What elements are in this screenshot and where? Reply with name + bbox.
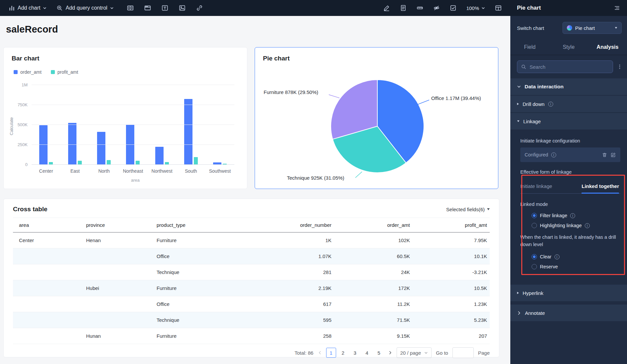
y-tick-label: 0	[25, 162, 28, 167]
cross-table-card[interactable]: Cross table Selected fields(6) areaprovi…	[3, 199, 499, 357]
section-hyperlink[interactable]: Hyperlink	[510, 285, 627, 301]
chart-type-select[interactable]: Pie chart	[563, 22, 622, 34]
table-cell: 595	[256, 312, 334, 328]
section-drill-down[interactable]: Drill down	[510, 96, 627, 112]
search-input[interactable]	[530, 64, 609, 70]
bar-profit_amt[interactable]	[165, 162, 169, 164]
eye-off-icon[interactable]	[433, 5, 440, 11]
y-tick-label: 1M	[22, 82, 28, 87]
goto-label: Go to	[436, 350, 448, 356]
edit-linkage-icon[interactable]	[610, 152, 616, 158]
legend-item-order-amt[interactable]: order_amt	[14, 69, 42, 75]
legend-item-profit-amt[interactable]: profit_amt	[51, 69, 78, 75]
table-cell	[13, 312, 83, 328]
configured-box[interactable]: Configured	[520, 147, 620, 162]
toolbar: Add chart Add query control	[0, 0, 510, 16]
table-cell: 102K	[334, 232, 413, 248]
selected-fields-dropdown[interactable]: Selected fields(6)	[446, 207, 490, 212]
page-number-4[interactable]: 4	[362, 348, 372, 358]
bar-profit_amt[interactable]	[194, 157, 198, 164]
table-row[interactable]: Office1.07K60.5K10.1K	[13, 248, 490, 264]
more-options-icon[interactable]	[617, 64, 622, 69]
bar-profit_amt[interactable]	[136, 161, 140, 164]
page-number-2[interactable]: 2	[338, 348, 348, 358]
bar-order_amt[interactable]	[184, 99, 192, 164]
goto-page-input[interactable]	[452, 347, 474, 358]
radio-clear[interactable]: Clear	[532, 254, 620, 259]
bar-profit_amt[interactable]	[78, 161, 82, 164]
table-cell: 71.5K	[334, 312, 413, 328]
split-view-icon[interactable]	[127, 5, 134, 11]
document-icon[interactable]	[400, 5, 407, 11]
measure-icon[interactable]	[417, 5, 423, 11]
tab-style[interactable]: Style	[549, 44, 588, 50]
chevron-right-icon	[517, 311, 521, 315]
page-size-select[interactable]: 20 / page	[397, 347, 432, 358]
column-header: product_type	[154, 218, 256, 232]
search-box[interactable]	[517, 60, 613, 73]
table-row[interactable]: Technique28124K-3.21K	[13, 264, 490, 280]
table-row[interactable]: HubeiFurniture2.19K172K10.5K	[13, 280, 490, 296]
theme-pen-icon[interactable]	[383, 5, 390, 11]
bar-x-axis-label: area	[32, 178, 239, 183]
info-icon[interactable]	[585, 223, 590, 228]
radio-reserve[interactable]: Reserve	[532, 264, 620, 269]
zoom-control[interactable]: 100%	[466, 5, 485, 11]
add-query-control-icon	[57, 5, 63, 11]
chevron-down-icon	[481, 6, 485, 10]
check-square-icon[interactable]	[450, 5, 456, 11]
info-icon[interactable]	[548, 102, 553, 107]
info-icon[interactable]	[551, 152, 556, 157]
pie-chart	[330, 79, 425, 173]
link-icon[interactable]	[196, 5, 203, 11]
page-number-5[interactable]: 5	[374, 348, 384, 358]
table-row[interactable]: Office61711.2K1.23K	[13, 296, 490, 312]
radio-filter-linkage[interactable]: Filter linkage	[532, 213, 620, 218]
tab-analysis[interactable]: Analysis	[588, 44, 627, 50]
panel-header: Pie chart	[510, 0, 627, 16]
bar-chart-card[interactable]: Bar chart order_amt profit_amt Calculate…	[3, 47, 247, 189]
page-number-1[interactable]: 1	[326, 348, 336, 358]
bar-order_amt[interactable]	[68, 123, 76, 164]
table-row[interactable]: HunanFurniture2589.15K207	[13, 328, 490, 344]
radio-highlighting-linkage[interactable]: Highlighting linkage	[532, 223, 620, 228]
table-cell: 1K	[256, 232, 334, 248]
pie-chart-card[interactable]: Pie chart Office 1.17M (39.44%) Techniqu…	[255, 47, 498, 189]
bar-profit_amt[interactable]	[107, 160, 111, 164]
switch-chart-label: Switch chart	[517, 25, 544, 31]
tab-field[interactable]: Field	[510, 44, 549, 50]
info-icon[interactable]	[570, 213, 575, 218]
bar-chart-title: Bar chart	[12, 55, 239, 62]
chevron-right-icon	[517, 103, 519, 105]
bar-profit_amt[interactable]	[49, 162, 53, 164]
section-data-interaction[interactable]: Data interaction	[510, 78, 627, 95]
page-number-3[interactable]: 3	[350, 348, 360, 358]
panel-menu-icon[interactable]	[614, 5, 620, 11]
text-box-icon[interactable]	[162, 5, 168, 11]
table-body: CenterHenanFurniture1K102K7.95KOffice1.0…	[13, 232, 490, 344]
add-chart-button[interactable]: Add chart	[9, 5, 47, 11]
radio-unselected-icon	[532, 264, 537, 269]
table-cell	[83, 264, 154, 280]
add-query-control-button[interactable]: Add query control	[57, 5, 113, 11]
tab-layout-icon[interactable]	[144, 5, 151, 11]
image-icon[interactable]	[179, 5, 186, 11]
radio-unselected-icon	[532, 223, 537, 228]
zoom-value: 100%	[466, 5, 479, 11]
delete-linkage-icon[interactable]	[602, 152, 607, 158]
bar-order_amt[interactable]	[39, 125, 48, 164]
prev-page-button[interactable]	[318, 351, 322, 355]
tab-initiate-linkage[interactable]: Initiate linkage	[520, 180, 552, 193]
page-label: Page	[478, 350, 490, 356]
board-grid-icon[interactable]	[495, 5, 502, 11]
bar-order_amt[interactable]	[97, 132, 105, 164]
bar-order_amt[interactable]	[155, 147, 164, 164]
info-icon[interactable]	[555, 254, 560, 259]
table-row[interactable]: Technique59571.5K5.23K	[13, 312, 490, 328]
next-page-button[interactable]	[388, 351, 392, 355]
table-cell: 5.23K	[413, 312, 490, 328]
section-annotate[interactable]: Annotate	[510, 305, 627, 321]
table-row[interactable]: CenterHenanFurniture1K102K7.95K	[13, 232, 490, 248]
section-linkage[interactable]: Linkage	[510, 113, 627, 130]
tab-linked-together[interactable]: Linked together	[581, 180, 619, 193]
